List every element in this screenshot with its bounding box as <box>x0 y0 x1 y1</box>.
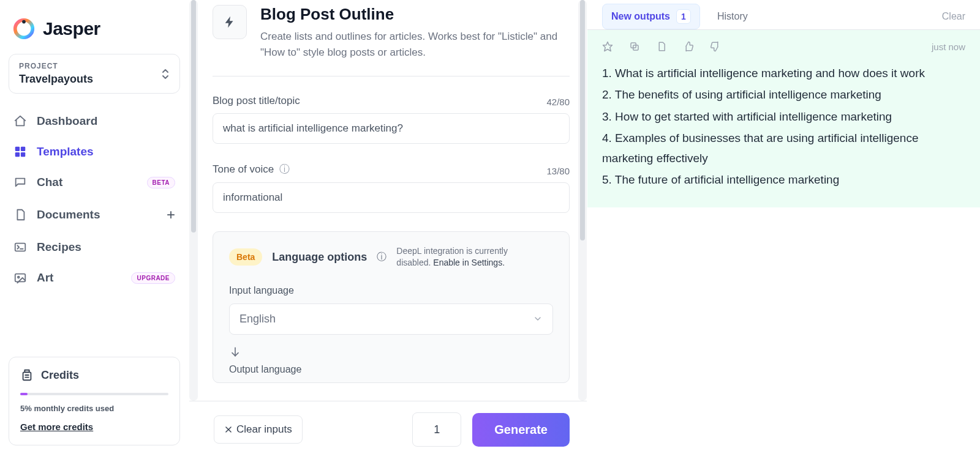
svg-rect-2 <box>15 147 20 151</box>
quantity-input[interactable]: 1 <box>412 412 461 447</box>
nav-art[interactable]: Art UPGRADE <box>9 262 180 293</box>
template-header: Blog Post Outline Create lists and outli… <box>213 0 570 76</box>
language-note: DeepL integration is currently disabled.… <box>396 245 531 269</box>
project-label: PROJECT <box>19 62 93 70</box>
info-icon[interactable]: ⓘ <box>377 251 386 264</box>
scrollbar[interactable] <box>189 0 198 401</box>
jasper-logo-icon <box>12 17 36 40</box>
credits-progress-fill <box>20 393 28 395</box>
home-icon <box>13 114 27 128</box>
nav-label: Recipes <box>37 240 175 254</box>
upgrade-badge: UPGRADE <box>131 272 175 284</box>
svg-marker-16 <box>603 42 612 51</box>
app-logo[interactable]: Jasper <box>9 11 180 54</box>
clear-inputs-button[interactable]: Clear inputs <box>214 415 303 444</box>
terminal-icon <box>13 240 27 254</box>
app-name: Jasper <box>43 18 100 39</box>
output-tabs: New outputs 1 History Clear <box>587 0 980 30</box>
document-icon <box>13 208 27 221</box>
template-title: Blog Post Outline <box>260 5 567 24</box>
new-outputs-count: 1 <box>676 9 691 24</box>
template-form: Blog post title/topic 42/80 Tone of voic… <box>213 76 570 383</box>
scrollbar[interactable] <box>578 0 587 401</box>
svg-rect-3 <box>21 147 25 151</box>
tab-new-outputs[interactable]: New outputs 1 <box>602 4 700 29</box>
input-language-select[interactable]: English <box>229 303 553 335</box>
enable-settings-link[interactable]: Enable in Settings. <box>433 258 505 267</box>
nav-label: Documents <box>37 208 157 221</box>
credits-icon <box>20 368 34 382</box>
credits-title: Credits <box>41 369 79 382</box>
chat-icon <box>13 176 27 189</box>
generate-button[interactable]: Generate <box>472 413 570 447</box>
nav-label: Dashboard <box>37 114 175 128</box>
chevron-down-icon <box>533 314 543 324</box>
svg-rect-6 <box>15 244 26 251</box>
output-toolbar: just now <box>602 41 965 52</box>
output-list: 1. What is artificial intelligence marke… <box>602 63 965 190</box>
nav-dashboard[interactable]: Dashboard <box>9 106 180 136</box>
credits-card: Credits 5% monthly credits used Get more… <box>9 357 180 445</box>
project-switcher[interactable]: PROJECT Travelpayouts <box>9 54 180 94</box>
svg-rect-5 <box>21 152 25 157</box>
template-description: Create lists and outlines for articles. … <box>260 29 567 61</box>
add-document-button[interactable]: + <box>167 206 175 223</box>
field-tone: Tone of voice ⓘ 13/80 <box>213 162 570 213</box>
list-item: 4. Examples of businesses that are using… <box>602 128 965 169</box>
grid-icon <box>13 145 27 158</box>
list-item: 3. How to get started with artificial in… <box>602 106 965 127</box>
copy-icon[interactable] <box>629 41 640 52</box>
x-icon <box>224 425 233 434</box>
image-icon <box>13 271 27 285</box>
credits-progress <box>20 393 168 395</box>
get-more-credits-link[interactable]: Get more credits <box>20 422 93 432</box>
list-item: 1. What is artificial intelligence marke… <box>602 63 965 83</box>
char-count: 13/80 <box>546 166 570 176</box>
svg-rect-10 <box>23 372 31 380</box>
output-timestamp: just now <box>932 42 965 52</box>
language-options-card: Beta Language options ⓘ DeepL integratio… <box>213 231 570 383</box>
list-item: 2. The benefits of using artificial inte… <box>602 84 965 105</box>
nav-documents[interactable]: Documents + <box>9 198 180 232</box>
tab-history[interactable]: History <box>717 11 748 22</box>
info-icon[interactable]: ⓘ <box>279 163 290 175</box>
svg-point-1 <box>22 20 26 24</box>
field-title: Blog post title/topic 42/80 <box>213 95 570 144</box>
clear-outputs-link[interactable]: Clear <box>942 11 965 22</box>
beta-chip: Beta <box>229 248 262 266</box>
output-panel: New outputs 1 History Clear just now 1. … <box>587 0 980 454</box>
clear-inputs-label: Clear inputs <box>236 423 292 436</box>
star-icon[interactable] <box>602 41 613 52</box>
template-panel: Blog Post Outline Create lists and outli… <box>189 0 587 454</box>
nav-list: Dashboard Templates Chat BETA Documents … <box>9 106 180 293</box>
select-value: English <box>239 313 276 326</box>
project-name: Travelpayouts <box>19 73 93 86</box>
field-label: Tone of voice ⓘ <box>213 162 290 176</box>
output-language-label: Output language <box>229 364 553 375</box>
nav-chat[interactable]: Chat BETA <box>9 167 180 198</box>
beta-badge: BETA <box>147 177 175 188</box>
thumbs-down-icon[interactable] <box>710 41 721 52</box>
template-footer: Clear inputs 1 Generate <box>189 401 587 454</box>
title-input[interactable] <box>213 113 570 144</box>
nav-label: Art <box>37 271 121 285</box>
credits-subtext: 5% monthly credits used <box>20 404 168 413</box>
nav-templates[interactable]: Templates <box>9 136 180 167</box>
template-icon-box <box>213 5 247 39</box>
tone-input[interactable] <box>213 182 570 213</box>
nav-recipes[interactable]: Recipes <box>9 232 180 262</box>
field-label: Blog post title/topic <box>213 95 300 107</box>
lightning-icon <box>223 15 236 29</box>
svg-rect-4 <box>15 152 20 157</box>
sidebar: Jasper PROJECT Travelpayouts Dashboard T… <box>0 0 189 454</box>
output-card: just now 1. What is artificial intellige… <box>587 30 980 207</box>
thumbs-up-icon[interactable] <box>683 41 694 52</box>
char-count: 42/80 <box>546 97 570 107</box>
document-icon[interactable] <box>656 41 667 52</box>
svg-point-9 <box>18 277 20 278</box>
nav-label: Templates <box>37 145 175 158</box>
language-options-title: Language options <box>272 251 367 264</box>
list-item: 5. The future of artificial intelligence… <box>602 169 965 190</box>
chevron-updown-icon <box>161 68 170 80</box>
nav-label: Chat <box>37 176 137 189</box>
